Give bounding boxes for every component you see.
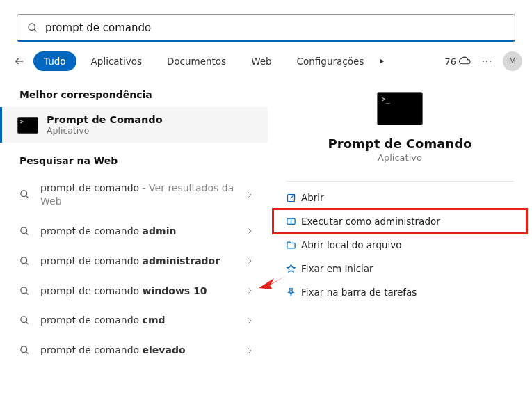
action-pin-start[interactable]: Fixar em Iniciar — [273, 257, 526, 280]
action-run-as-admin[interactable]: Executar como administrador — [273, 209, 526, 233]
web-result-label: prompt de comando - Ver resultados da We… — [40, 182, 245, 208]
chevron-right-icon — [245, 346, 254, 355]
svg-line-7 — [26, 232, 28, 234]
best-match-header: Melhor correspondência — [0, 77, 268, 107]
open-icon — [286, 193, 301, 203]
cmd-icon: >_ — [17, 117, 38, 134]
action-label: Fixar em Iniciar — [301, 263, 373, 274]
search-input[interactable] — [45, 22, 505, 34]
tab-apps[interactable]: Aplicativos — [81, 51, 152, 71]
pin-icon — [286, 264, 301, 274]
best-match-title: Prompt de Comando — [47, 114, 163, 125]
temperature-value: 76 — [444, 56, 456, 67]
svg-line-13 — [26, 322, 28, 324]
action-label: Abrir — [301, 192, 324, 203]
web-search-header: Pesquisar na Web — [0, 143, 268, 173]
annotation-arrow — [259, 273, 287, 292]
svg-line-11 — [26, 292, 28, 294]
web-result-item[interactable]: prompt de comando windows 10 — [0, 276, 268, 306]
tab-documents[interactable]: Documentos — [156, 51, 236, 71]
app-icon-large — [377, 92, 423, 125]
web-result-label: prompt de comando administrador — [40, 255, 245, 268]
detail-subtitle: Aplicativo — [378, 152, 422, 163]
folder-icon — [286, 240, 301, 250]
web-result-label: prompt de comando elevado — [40, 344, 245, 357]
search-icon — [19, 315, 31, 326]
search-icon — [19, 226, 31, 237]
action-pin-taskbar[interactable]: Fixar na barra de tarefas — [273, 280, 526, 304]
svg-line-15 — [26, 352, 28, 354]
chevron-right-icon — [245, 227, 254, 235]
chevron-right-icon — [245, 287, 254, 295]
search-icon — [19, 286, 31, 296]
search-icon — [19, 256, 31, 266]
action-open[interactable]: Abrir — [273, 186, 526, 209]
web-result-label: prompt de comando admin — [40, 225, 245, 238]
action-label: Abrir local do arquivo — [301, 239, 402, 250]
svg-point-4 — [21, 191, 27, 197]
back-button[interactable] — [10, 51, 29, 71]
svg-line-5 — [26, 196, 28, 198]
tab-more[interactable] — [378, 54, 402, 69]
svg-line-1 — [34, 29, 36, 31]
weather-icon — [458, 55, 471, 67]
svg-marker-3 — [380, 59, 385, 64]
web-result-item[interactable]: prompt de comando elevado — [0, 335, 268, 365]
tab-all[interactable]: Tudo — [33, 51, 76, 71]
search-icon — [27, 22, 38, 33]
search-box[interactable] — [17, 14, 515, 42]
svg-point-12 — [21, 317, 27, 323]
best-match-item[interactable]: >_ Prompt de Comando Aplicativo — [0, 107, 268, 143]
user-avatar[interactable]: M — [503, 51, 522, 71]
divider — [286, 181, 514, 182]
svg-line-9 — [26, 262, 28, 264]
svg-marker-19 — [259, 275, 287, 289]
more-options-button[interactable]: ··· — [478, 55, 496, 68]
search-icon — [19, 189, 31, 200]
web-result-label: prompt de comando windows 10 — [40, 285, 245, 298]
web-result-item[interactable]: prompt de comando admin — [0, 216, 268, 246]
svg-point-10 — [21, 287, 27, 293]
detail-title: Prompt de Comando — [328, 136, 472, 151]
chevron-right-icon — [245, 191, 254, 199]
svg-point-6 — [21, 227, 27, 234]
chevron-right-icon — [245, 317, 254, 325]
svg-point-0 — [29, 24, 35, 30]
action-open-location[interactable]: Abrir local do arquivo — [273, 233, 526, 257]
svg-line-17 — [291, 194, 295, 198]
pin-taskbar-icon — [286, 287, 301, 298]
web-result-item[interactable]: prompt de comando cmd — [0, 305, 268, 335]
best-match-subtitle: Aplicativo — [47, 125, 163, 136]
web-result-item[interactable]: prompt de comando administrador — [0, 246, 268, 276]
search-icon — [19, 345, 31, 355]
chevron-right-icon — [245, 257, 254, 265]
results-panel: Melhor correspondência >_ Prompt de Coma… — [0, 77, 268, 392]
web-result-label: prompt de comando cmd — [40, 314, 245, 327]
svg-point-14 — [21, 346, 27, 353]
weather-widget[interactable]: 76 — [444, 55, 471, 67]
web-result-item[interactable]: prompt de comando - Ver resultados da We… — [0, 173, 268, 216]
shield-icon — [286, 216, 301, 227]
tab-settings[interactable]: Configurações — [287, 51, 375, 71]
action-label: Fixar na barra de tarefas — [301, 287, 417, 298]
detail-panel: Prompt de Comando Aplicativo Abrir Execu… — [268, 77, 532, 392]
action-label: Executar como administrador — [301, 216, 440, 227]
tab-web[interactable]: Web — [241, 51, 282, 71]
svg-point-8 — [21, 257, 27, 263]
filter-tabs: Tudo Aplicativos Documentos Web Configur… — [0, 51, 532, 77]
